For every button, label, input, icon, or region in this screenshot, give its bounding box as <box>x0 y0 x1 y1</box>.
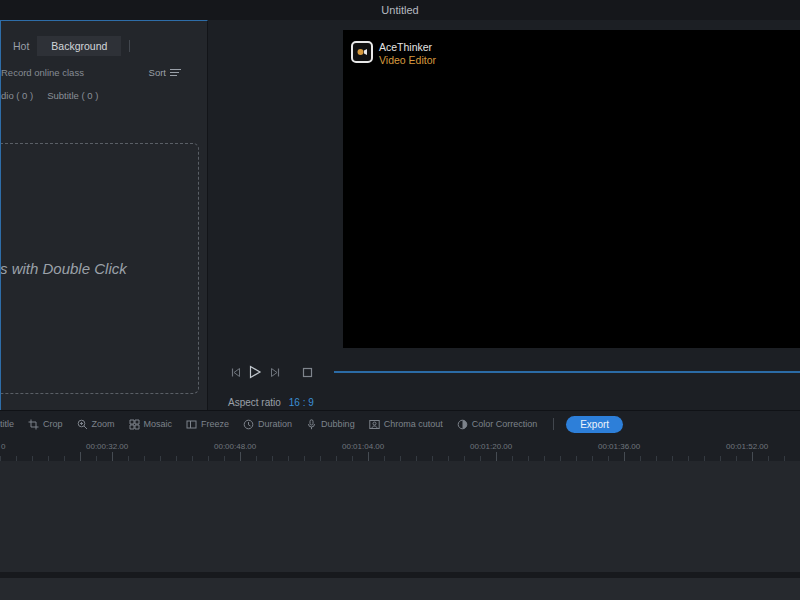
library-subheader: Record online class Sort <box>1 59 181 85</box>
mosaic-icon <box>129 419 140 430</box>
tool-freeze[interactable]: Freeze <box>186 419 229 430</box>
brand-product: Video Editor <box>379 54 436 67</box>
brand-text: AceThinker Video Editor <box>379 41 436 67</box>
aspect-ratio-label: Aspect ratio <box>228 397 281 408</box>
dubbing-icon <box>306 419 317 430</box>
tool-subtitle-label: title <box>0 419 14 429</box>
next-frame-button[interactable] <box>266 363 284 381</box>
tool-mosaic-label: Mosaic <box>144 419 173 429</box>
ruler-label: 00:00:32.00 <box>86 442 128 451</box>
tab-audio-count[interactable]: dio ( 0 ) <box>1 90 33 101</box>
stop-button[interactable] <box>298 363 316 381</box>
play-button[interactable] <box>246 363 264 381</box>
window-title: Untitled <box>381 4 418 16</box>
tab-hot[interactable]: Hot <box>5 36 37 56</box>
timeline-track[interactable] <box>0 578 800 600</box>
record-online-class-link[interactable]: Record online class <box>1 67 84 78</box>
library-panel: Hot Background Record online class Sort … <box>0 20 208 410</box>
tool-duration-label: Duration <box>258 419 292 429</box>
brand-block: AceThinker Video Editor <box>351 41 436 67</box>
tool-color-correction[interactable]: Color Correction <box>457 419 538 430</box>
title-bar: Untitled <box>0 0 800 20</box>
tab-background[interactable]: Background <box>37 36 121 56</box>
seek-bar[interactable] <box>334 371 800 373</box>
aspect-ratio-row: Aspect ratio 16 : 9 <box>228 393 800 410</box>
tool-freeze-label: Freeze <box>201 419 229 429</box>
tool-color-correction-label: Color Correction <box>472 419 538 429</box>
ruler-label: 00:01:52.00 <box>726 442 768 451</box>
sort-icon <box>170 67 181 78</box>
video-canvas: AceThinker Video Editor <box>343 30 800 348</box>
sort-button[interactable]: Sort <box>149 67 181 78</box>
chroma-cutout-icon <box>369 419 380 430</box>
export-button[interactable]: Export <box>566 416 623 433</box>
color-correction-icon <box>457 419 468 430</box>
edit-toolbar: title Crop Zoom Mosaic Freeze Duration D… <box>0 410 800 437</box>
tool-chroma-cutout-label: Chroma cutout <box>384 419 443 429</box>
preview-panel: AceThinker Video Editor <box>208 20 800 410</box>
ruler-label: 0 <box>1 442 5 451</box>
transport-controls <box>226 361 800 383</box>
dropzone-hint: s with Double Click <box>0 260 127 277</box>
app-window: Untitled Hot Background Record online cl… <box>0 0 800 600</box>
tool-duration[interactable]: Duration <box>243 419 292 430</box>
library-subtabs: dio ( 0 ) Subtitle ( 0 ) <box>1 85 207 105</box>
timeline-ruler[interactable]: 0 00:00:32.00 00:00:48.00 00:01:04.00 00… <box>0 437 800 461</box>
tab-divider <box>129 40 130 52</box>
tool-zoom-label: Zoom <box>92 419 115 429</box>
brand-name: AceThinker <box>379 41 436 54</box>
freeze-icon <box>186 419 197 430</box>
tool-zoom[interactable]: Zoom <box>77 419 115 430</box>
zoom-icon <box>77 419 88 430</box>
duration-icon <box>243 419 254 430</box>
tab-subtitle-count[interactable]: Subtitle ( 0 ) <box>47 90 98 101</box>
tool-chroma-cutout[interactable]: Chroma cutout <box>369 419 443 430</box>
previous-frame-button[interactable] <box>226 363 244 381</box>
tool-crop[interactable]: Crop <box>28 419 63 430</box>
timeline-track[interactable] <box>0 461 800 572</box>
ruler-label: 00:01:36.00 <box>598 442 640 451</box>
ruler-label: 00:00:48.00 <box>214 442 256 451</box>
tool-dubbing-label: Dubbing <box>321 419 355 429</box>
timeline-tracks <box>0 461 800 600</box>
tool-mosaic[interactable]: Mosaic <box>129 419 173 430</box>
tool-subtitle[interactable]: title <box>0 419 14 429</box>
ruler-label: 00:01:04.00 <box>342 442 384 451</box>
crop-icon <box>28 419 39 430</box>
library-tabs: Hot Background <box>5 35 207 57</box>
ruler-major-ticks <box>0 452 800 461</box>
aspect-ratio-value[interactable]: 16 : 9 <box>289 397 314 408</box>
import-dropzone[interactable]: s with Double Click <box>0 143 199 394</box>
sort-label: Sort <box>149 67 166 78</box>
main-area: Hot Background Record online class Sort … <box>0 20 800 410</box>
toolbar-divider <box>553 418 554 430</box>
acethinker-logo-icon <box>351 41 373 63</box>
tool-crop-label: Crop <box>43 419 63 429</box>
tool-dubbing[interactable]: Dubbing <box>306 419 355 430</box>
ruler-label: 00:01:20.00 <box>470 442 512 451</box>
